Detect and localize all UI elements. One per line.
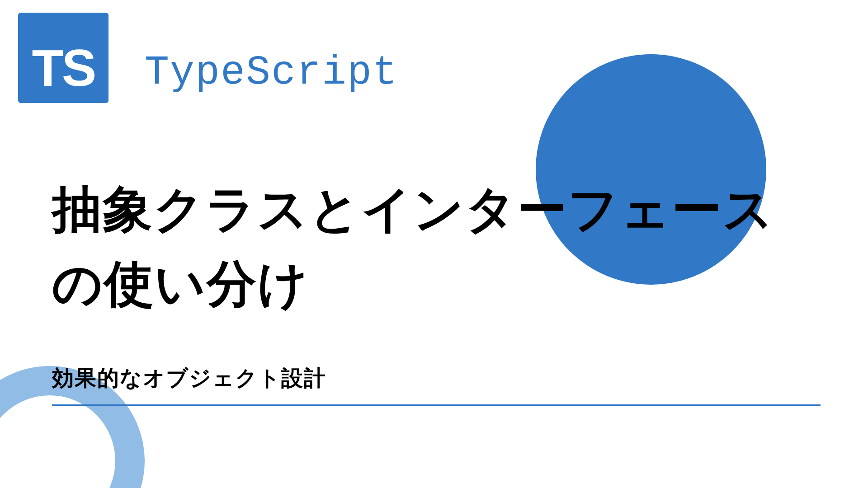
- slide-subtitle: 効果的なオブジェクト設計: [52, 364, 326, 393]
- typescript-logo-text: TS: [32, 42, 95, 94]
- typescript-label: TypeScript: [145, 50, 398, 96]
- subtitle-underline: [52, 404, 821, 406]
- typescript-logo: TS: [18, 13, 108, 103]
- slide-title: 抽象クラスとインターフェースの使い分け: [52, 172, 823, 321]
